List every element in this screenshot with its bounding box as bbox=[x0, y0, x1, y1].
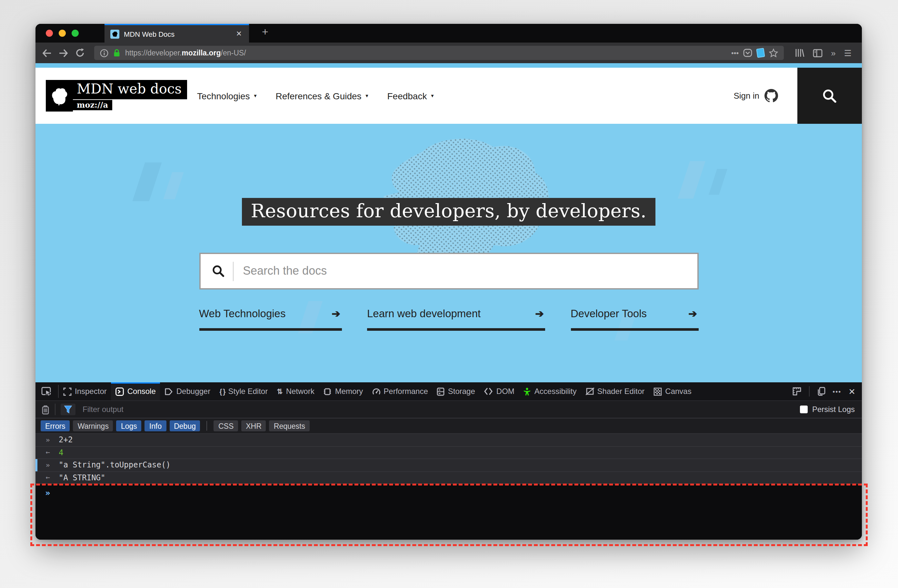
reload-icon[interactable] bbox=[75, 48, 85, 57]
zoom-window-button[interactable] bbox=[72, 30, 79, 37]
library-icon[interactable] bbox=[795, 48, 804, 57]
tab-style-editor[interactable]: { } Style Editor bbox=[215, 382, 272, 401]
tab-memory[interactable]: Memory bbox=[319, 382, 368, 401]
tab-label: Performance bbox=[383, 387, 428, 396]
devtools-panel: Inspector Console Debugger { } Style Edi… bbox=[35, 382, 862, 540]
link-learn-web-development[interactable]: Learn web development ➔ bbox=[367, 307, 545, 331]
persist-logs-checkbox[interactable] bbox=[800, 405, 808, 413]
mdn-favicon bbox=[110, 29, 119, 38]
url-path: /en-US/ bbox=[221, 49, 246, 57]
header-search-button[interactable] bbox=[797, 68, 862, 124]
extension-icon[interactable] bbox=[756, 48, 765, 58]
tab-debugger[interactable]: Debugger bbox=[160, 382, 215, 401]
overflow-chevrons-icon[interactable]: » bbox=[831, 49, 835, 57]
nav-references-guides[interactable]: References & Guides▼ bbox=[275, 91, 369, 101]
link-label: Developer Tools bbox=[570, 307, 647, 320]
tab-shader-editor[interactable]: Shader Editor bbox=[581, 382, 649, 401]
minimize-window-button[interactable] bbox=[59, 30, 66, 37]
docs-search-box[interactable] bbox=[199, 253, 698, 290]
mdn-logo-text: MDN web docs moz://a bbox=[73, 80, 187, 110]
back-icon[interactable] bbox=[42, 49, 52, 57]
result-arrow-icon: ← bbox=[41, 448, 55, 457]
tab-label: DOM bbox=[497, 387, 515, 396]
traffic-lights bbox=[46, 30, 79, 37]
console-input-area[interactable]: » bbox=[35, 484, 862, 540]
mdn-logo[interactable]: MDN web docs moz://a bbox=[46, 80, 187, 112]
nav-label: Feedback bbox=[387, 91, 427, 101]
filter-toggle-button[interactable] bbox=[61, 404, 75, 415]
console-text: "a String".toUpperCase() bbox=[59, 461, 171, 470]
bookmark-star-icon[interactable] bbox=[769, 48, 778, 57]
url-text: https://developer.mozilla.org/en-US/ bbox=[125, 49, 246, 57]
devtools-close-icon[interactable]: ✕ bbox=[848, 387, 855, 396]
result-arrow-icon: ← bbox=[41, 474, 55, 482]
pocket-icon[interactable] bbox=[743, 48, 752, 57]
mdn-header: MDN web docs moz://a Technologies▼ Refer… bbox=[35, 68, 862, 124]
filter-logs[interactable]: Logs bbox=[117, 421, 141, 431]
sign-in-link[interactable]: Sign in bbox=[734, 91, 760, 101]
filter-info[interactable]: Info bbox=[145, 421, 166, 431]
performance-icon bbox=[372, 387, 380, 396]
shader-editor-icon bbox=[586, 387, 594, 395]
header-right: Sign in bbox=[734, 68, 862, 124]
search-divider bbox=[232, 261, 233, 281]
menu-hamburger-icon[interactable]: ☰ bbox=[844, 49, 852, 57]
nav-feedback[interactable]: Feedback▼ bbox=[387, 91, 435, 101]
url-prefix: https://developer. bbox=[125, 49, 181, 57]
devtools-menu-icon[interactable]: ••• bbox=[832, 388, 841, 395]
page-viewport: MDN web docs moz://a Technologies▼ Refer… bbox=[35, 63, 862, 540]
console-filter-buttons: Errors Warnings Logs Info Debug CSS XHR … bbox=[35, 418, 862, 434]
tab-console[interactable]: Console bbox=[111, 382, 160, 401]
console-entry-result: ← "A STRING" bbox=[35, 471, 862, 484]
filter-xhr[interactable]: XHR bbox=[241, 421, 266, 431]
filter-output-input[interactable]: Filter output bbox=[83, 405, 800, 414]
sidebar-icon[interactable] bbox=[813, 49, 823, 57]
close-window-button[interactable] bbox=[46, 30, 53, 37]
background-glyph bbox=[163, 172, 183, 199]
responsive-design-icon[interactable] bbox=[817, 387, 826, 396]
docs-search-input[interactable] bbox=[243, 264, 686, 278]
tab-storage[interactable]: Storage bbox=[432, 382, 480, 401]
new-tab-button[interactable]: + bbox=[258, 26, 272, 39]
hero-section: Resources for developers, by developers.… bbox=[35, 124, 862, 382]
tab-label: Storage bbox=[448, 387, 475, 396]
filter-css[interactable]: CSS bbox=[214, 421, 238, 431]
tab-dom[interactable]: DOM bbox=[480, 382, 519, 401]
tab-accessibility[interactable]: Accessibility bbox=[519, 382, 581, 401]
funnel-icon bbox=[64, 405, 72, 414]
clear-console-icon[interactable] bbox=[35, 405, 55, 414]
link-developer-tools[interactable]: Developer Tools ➔ bbox=[570, 307, 698, 331]
secure-lock-icon[interactable] bbox=[113, 49, 121, 57]
browser-tab-active[interactable]: MDN Web Docs ✕ bbox=[105, 24, 249, 43]
page-info-icon[interactable] bbox=[100, 49, 108, 57]
filter-debug[interactable]: Debug bbox=[169, 421, 200, 431]
link-web-technologies[interactable]: Web Technologies ➔ bbox=[199, 307, 341, 331]
forward-icon[interactable] bbox=[59, 49, 68, 57]
filter-requests[interactable]: Requests bbox=[269, 421, 310, 431]
tab-close-icon[interactable]: ✕ bbox=[235, 30, 243, 38]
tab-network[interactable]: ⇅ Network bbox=[272, 382, 319, 401]
page-actions-icon[interactable]: ••• bbox=[731, 49, 739, 57]
github-icon[interactable] bbox=[764, 89, 778, 103]
tab-canvas[interactable]: Canvas bbox=[649, 382, 696, 401]
separator bbox=[207, 421, 208, 431]
dom-icon bbox=[484, 387, 493, 395]
chevron-down-icon: ▼ bbox=[365, 94, 369, 98]
console-entry-result: ← 4 bbox=[35, 447, 862, 459]
tab-label: Canvas bbox=[665, 387, 691, 396]
persist-logs-control[interactable]: Persist Logs bbox=[800, 405, 862, 414]
hero-title: Resources for developers, by developers. bbox=[242, 198, 656, 226]
input-chevron-icon: » bbox=[41, 436, 55, 444]
nav-technologies[interactable]: Technologies▼ bbox=[197, 91, 257, 101]
tab-inspector[interactable]: Inspector bbox=[59, 382, 111, 401]
tab-performance[interactable]: Performance bbox=[368, 382, 432, 401]
inspector-icon bbox=[63, 387, 72, 396]
measuring-tool-icon[interactable] bbox=[792, 387, 801, 396]
console-output[interactable]: » 2+2 ← 4 » "a String".toUpperCase() ← "… bbox=[35, 434, 862, 484]
filter-errors[interactable]: Errors bbox=[41, 421, 70, 431]
pick-element-icon[interactable] bbox=[35, 382, 58, 401]
filter-warnings[interactable]: Warnings bbox=[73, 421, 113, 431]
tab-label: Inspector bbox=[75, 387, 107, 396]
dino-head-icon bbox=[112, 31, 118, 37]
url-bar[interactable]: https://developer.mozilla.org/en-US/ ••• bbox=[94, 46, 784, 60]
